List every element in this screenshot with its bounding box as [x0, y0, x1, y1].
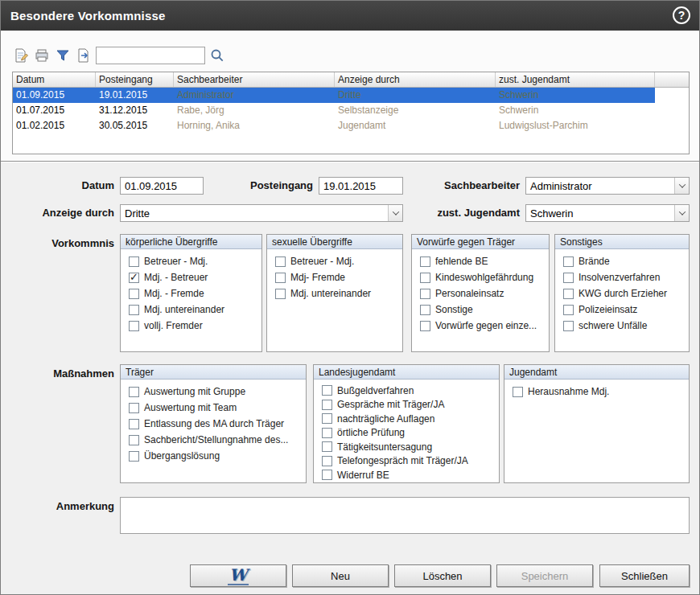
- panel-divider: [1, 161, 699, 162]
- datum-field[interactable]: [120, 177, 204, 195]
- checkbox[interactable]: [420, 273, 430, 283]
- checkbox[interactable]: [129, 403, 139, 413]
- column-header-filler: [655, 72, 689, 87]
- checkbox[interactable]: [563, 305, 574, 315]
- export-button[interactable]: [75, 47, 93, 64]
- check-item: Bußgeldverfahren: [317, 384, 496, 398]
- checkbox[interactable]: [420, 321, 430, 331]
- selected-value: Schwerin: [526, 207, 674, 220]
- checkbox[interactable]: [420, 289, 430, 299]
- column-header-datum[interactable]: Datum: [13, 72, 96, 87]
- cell-sachbearbeiter: Administrator: [174, 88, 335, 103]
- cell-posteingang: 31.12.2015: [96, 103, 174, 118]
- checkbox[interactable]: [129, 289, 139, 299]
- checkbox-label: Übergangslösung: [144, 450, 220, 462]
- column-header-sachbearbeiter[interactable]: Sachbearbeiter: [174, 72, 335, 87]
- groupbox-title: Jugendamt: [504, 365, 689, 380]
- checkbox[interactable]: [322, 428, 332, 438]
- checkbox[interactable]: [420, 305, 430, 315]
- cell-posteingang: 30.05.2015: [96, 118, 174, 133]
- check-item: nachträgliche Auflagen: [317, 412, 496, 426]
- check-item: Widerruf BE: [317, 468, 496, 482]
- search-input[interactable]: [96, 47, 205, 64]
- anmerkung-field[interactable]: [120, 497, 690, 534]
- checkbox[interactable]: [275, 289, 286, 299]
- checkbox[interactable]: [563, 273, 574, 283]
- check-item: Telefongespräch mit Träger/JA: [317, 454, 496, 469]
- checkbox[interactable]: [513, 387, 523, 397]
- checkbox[interactable]: [563, 321, 574, 331]
- checkbox[interactable]: [322, 413, 332, 424]
- checkbox-label: Sachbericht/Stellungnahme des...: [144, 434, 288, 445]
- check-item: Betreuer - Mdj.: [270, 253, 399, 269]
- checkbox-label: Betreuer - Mdj.: [144, 256, 208, 267]
- checkbox[interactable]: [563, 256, 574, 267]
- filter-icon: [56, 48, 70, 63]
- checkbox[interactable]: [129, 256, 139, 267]
- help-icon[interactable]: ?: [673, 6, 690, 24]
- checkbox[interactable]: [129, 273, 139, 283]
- neu-button[interactable]: Neu: [292, 564, 389, 587]
- checkbox[interactable]: [275, 273, 286, 283]
- print-button[interactable]: [33, 47, 51, 64]
- check-item: Brände: [558, 253, 686, 269]
- word-export-button[interactable]: W: [190, 564, 286, 587]
- checkbox[interactable]: [322, 470, 332, 480]
- vorkommnis-label: Vorkommnis: [34, 235, 114, 252]
- check-item: Herausnahme Mdj.: [508, 384, 686, 400]
- checkbox[interactable]: [275, 256, 286, 267]
- chevron-down-icon: [674, 205, 689, 221]
- checkbox-label: Auswertung mit Team: [144, 402, 237, 413]
- checkbox[interactable]: [129, 419, 139, 429]
- schliessen-button[interactable]: Schließen: [599, 564, 690, 587]
- speichern-button[interactable]: Speichern: [496, 564, 593, 587]
- cell-anzeige-durch: Jugendamt: [335, 118, 496, 133]
- checkbox[interactable]: [129, 387, 139, 397]
- posteingang-field[interactable]: [319, 177, 403, 195]
- checkbox[interactable]: [322, 385, 332, 396]
- check-item: örtliche Prüfung: [317, 426, 496, 441]
- new-entry-button[interactable]: [12, 47, 30, 64]
- checkbox-label: Widerruf BE: [337, 470, 389, 481]
- table-row[interactable]: 01.02.2015 30.05.2015 Horning, Anika Jug…: [13, 118, 655, 133]
- search-button[interactable]: [208, 47, 226, 64]
- checkbox[interactable]: [563, 289, 574, 299]
- word-icon: W: [228, 567, 249, 585]
- check-item: Tätigkeitsuntersagung: [317, 440, 496, 454]
- datum-label: Datum: [45, 177, 114, 195]
- checkbox-label: Telefongespräch mit Träger/JA: [337, 455, 468, 466]
- sachbearbeiter-select[interactable]: Administrator: [525, 177, 690, 195]
- check-item: KWG durch Erzieher: [558, 285, 686, 302]
- print-icon: [35, 48, 49, 63]
- checkbox[interactable]: [129, 305, 139, 315]
- checkbox-label: nachträgliche Auflagen: [337, 413, 434, 425]
- loeschen-button[interactable]: Löschen: [394, 564, 491, 587]
- checkbox[interactable]: [322, 400, 332, 410]
- checkbox[interactable]: [322, 456, 332, 466]
- checkbox[interactable]: [129, 435, 139, 445]
- checkbox[interactable]: [322, 441, 332, 452]
- check-item: Betreuer - Mdj.: [124, 253, 258, 269]
- checkbox[interactable]: [420, 256, 430, 267]
- table-row[interactable]: 01.09.2015 19.01.2015 Administrator Drit…: [13, 88, 655, 103]
- anmerkung-label: Anmerkung: [34, 498, 114, 515]
- check-item: Personaleinsatz: [415, 285, 546, 302]
- filter-button[interactable]: [54, 47, 72, 64]
- export-icon: [76, 48, 91, 63]
- checkbox[interactable]: [129, 321, 139, 331]
- column-header-anzeige-durch[interactable]: Anzeige durch: [335, 72, 496, 87]
- checkbox[interactable]: [129, 451, 139, 462]
- checkbox-label: Mdj. - Betreuer: [144, 272, 208, 283]
- anzeige-durch-select[interactable]: Dritte: [120, 204, 403, 222]
- zust-jugendamt-select[interactable]: Schwerin: [525, 204, 690, 222]
- column-header-zust-jugendamt[interactable]: zust. Jugendamt: [496, 72, 655, 87]
- table-row[interactable]: 01.07.2015 31.12.2015 Rabe, Jörg Selbsta…: [13, 103, 655, 118]
- cell-zust-jugendamt: Ludwigslust-Parchim: [496, 118, 655, 133]
- search-icon: [210, 48, 224, 63]
- checkbox-label: fehlende BE: [435, 256, 488, 267]
- check-item: Vorwürfe gegen einze...: [415, 318, 546, 334]
- selected-value: Dritte: [121, 207, 388, 220]
- check-item: Sonstige: [415, 302, 546, 318]
- checkbox-label: Insolvenzverfahren: [579, 272, 660, 283]
- column-header-posteingang[interactable]: Posteingang: [96, 72, 174, 87]
